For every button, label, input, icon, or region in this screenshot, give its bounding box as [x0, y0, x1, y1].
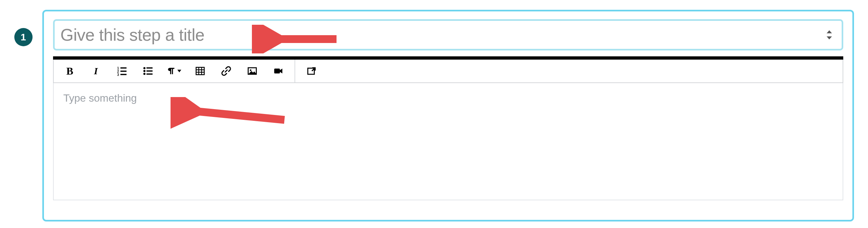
video-button[interactable] — [271, 64, 285, 78]
link-icon — [221, 66, 231, 76]
ordered-list-button[interactable]: 1 2 3 — [115, 64, 129, 78]
editor-body[interactable]: Type something — [53, 83, 843, 200]
step-drag-handle[interactable] — [823, 28, 836, 41]
unordered-list-button[interactable] — [141, 64, 155, 78]
step-editor-card: B I 1 2 3 — [42, 10, 854, 222]
svg-rect-12 — [196, 67, 204, 75]
fullscreen-button[interactable] — [304, 64, 319, 78]
editor-toolbar: B I 1 2 3 — [53, 60, 843, 83]
svg-point-6 — [143, 67, 146, 69]
paragraph-format-icon — [167, 66, 176, 76]
step-number-text: 1 — [21, 32, 26, 43]
svg-point-10 — [143, 73, 146, 75]
paragraph-format-button[interactable] — [167, 64, 181, 78]
step-title-input[interactable] — [61, 25, 819, 45]
italic-button[interactable]: I — [89, 64, 103, 78]
step-title-row — [53, 19, 843, 51]
svg-point-8 — [143, 70, 146, 72]
video-icon — [273, 66, 283, 76]
image-icon — [247, 66, 257, 76]
svg-rect-7 — [147, 67, 153, 69]
toolbar-group-view — [295, 60, 328, 82]
sort-handle-icon — [825, 29, 834, 40]
link-button[interactable] — [219, 64, 234, 78]
title-separator — [53, 56, 843, 60]
svg-rect-9 — [147, 70, 153, 72]
unordered-list-icon — [143, 66, 153, 76]
toolbar-group-format: B I 1 2 3 — [54, 60, 294, 82]
table-icon — [195, 66, 205, 76]
svg-point-18 — [250, 69, 251, 71]
svg-rect-5 — [120, 74, 127, 75]
svg-rect-11 — [147, 74, 153, 75]
editor-placeholder-text: Type something — [63, 92, 833, 104]
svg-text:3: 3 — [117, 73, 119, 76]
svg-rect-19 — [274, 69, 280, 74]
svg-rect-1 — [120, 67, 127, 69]
step-number-badge: 1 — [14, 28, 33, 46]
bold-button[interactable]: B — [63, 64, 77, 78]
image-button[interactable] — [245, 64, 259, 78]
svg-rect-3 — [120, 71, 127, 72]
fullscreen-icon — [307, 66, 316, 76]
table-button[interactable] — [193, 64, 207, 78]
ordered-list-icon: 1 2 3 — [117, 66, 127, 76]
